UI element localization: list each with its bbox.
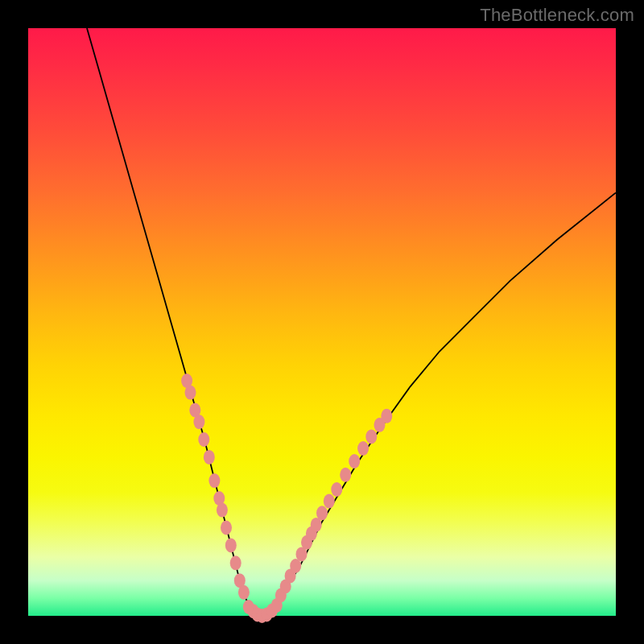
marker-dot: [357, 441, 369, 456]
marker-dot: [238, 585, 250, 600]
marker-dot: [204, 450, 215, 464]
marker-dot: [225, 538, 237, 552]
marker-dot: [217, 503, 228, 518]
marker-dot: [198, 432, 209, 447]
marker-dot: [208, 473, 220, 488]
marker-dot: [230, 555, 242, 570]
marker-dot: [193, 415, 204, 429]
marker-dots: [181, 374, 392, 623]
plot-area: [28, 28, 616, 616]
watermark-text: TheBottleneck.com: [480, 5, 634, 26]
marker-dot: [324, 494, 335, 509]
marker-dot: [331, 482, 342, 497]
marker-dot: [365, 429, 377, 444]
curve-layer: [28, 28, 616, 616]
marker-dot: [340, 468, 351, 482]
bottleneck-curve: [87, 28, 616, 616]
marker-dot: [316, 506, 328, 520]
marker-dot: [221, 521, 232, 535]
marker-dot: [349, 454, 360, 469]
chart-frame: TheBottleneck.com: [0, 0, 644, 644]
marker-dot: [381, 409, 392, 423]
marker-dot: [185, 386, 196, 400]
